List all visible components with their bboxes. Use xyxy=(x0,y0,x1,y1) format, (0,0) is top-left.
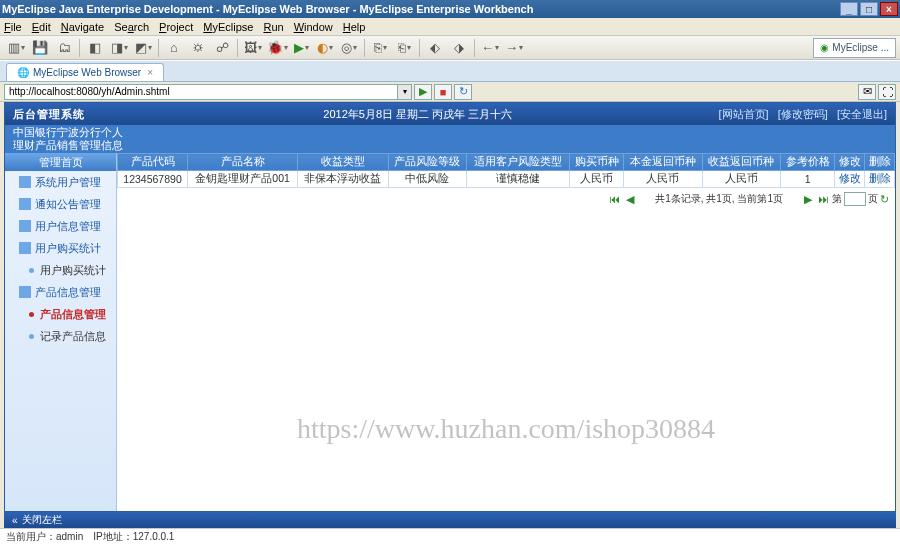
tool-8-icon[interactable]: ◐▾ xyxy=(315,38,335,58)
link-site-home[interactable]: [网站首页] xyxy=(719,108,769,120)
close-button[interactable]: × xyxy=(880,2,898,16)
pager-prev-icon[interactable]: ◀ xyxy=(626,193,634,206)
back-icon[interactable]: ←▾ xyxy=(480,38,500,58)
sidebar-item-notice[interactable]: 通知公告管理 xyxy=(5,193,116,215)
tool-3-icon[interactable]: ◩▾ xyxy=(133,38,153,58)
tool-13-icon[interactable]: ⬗ xyxy=(449,38,469,58)
menu-navigate[interactable]: Navigate xyxy=(61,21,104,33)
page-status-bar: 当前用户： admin IP地址： 127.0.0.1 xyxy=(0,528,900,544)
editor-tabbar: 🌐 MyEclipse Web Browser × xyxy=(0,60,900,82)
tool-5-icon[interactable]: ⛭ xyxy=(188,38,208,58)
addr-tool-1-icon[interactable]: ✉ xyxy=(858,84,876,100)
sidebar-sub-prodinfo[interactable]: 产品信息管理 xyxy=(5,303,116,325)
fwd-icon[interactable]: →▾ xyxy=(504,38,524,58)
minimize-button[interactable]: _ xyxy=(840,2,858,16)
cell-code: 1234567890 xyxy=(118,171,188,188)
pager-last-icon[interactable]: ⏭ xyxy=(818,193,829,205)
refresh-button[interactable]: ↻ xyxy=(454,84,472,100)
perspective-label: MyEclipse ... xyxy=(832,42,889,53)
menu-edit[interactable]: Edit xyxy=(32,21,51,33)
app-header: 后台管理系统 2012年5月8日 星期二 丙戌年 三月十六 [网站首页] [修改… xyxy=(5,103,895,125)
perspective-chip[interactable]: ◉ MyEclipse ... xyxy=(813,38,896,58)
menu-myeclipse[interactable]: MyEclipse xyxy=(203,21,253,33)
table-row: 1234567890 金钥匙理财产品001 非保本浮动收益 中低风险 谨慎稳健 … xyxy=(118,171,895,188)
pager-go-icon[interactable]: ↻ xyxy=(880,193,889,206)
new-icon[interactable]: ▥▾ xyxy=(6,38,26,58)
tool-10-icon[interactable]: ⎘▾ xyxy=(370,38,390,58)
tool-1-icon[interactable]: ◧ xyxy=(85,38,105,58)
sidebar-item-userinfo[interactable]: 用户信息管理 xyxy=(5,215,116,237)
sidebar-item-prodinfo[interactable]: 产品信息管理 xyxy=(5,281,116,303)
pager-page-a: 第 xyxy=(832,192,842,206)
tool-4-icon[interactable]: ⌂ xyxy=(164,38,184,58)
pager-next-icon[interactable]: ▶ xyxy=(804,193,812,206)
menu-help[interactable]: Help xyxy=(343,21,366,33)
menu-search[interactable]: Search xyxy=(114,21,149,33)
menu-project[interactable]: Project xyxy=(159,21,193,33)
th-delete: 删除 xyxy=(865,154,895,171)
url-dropdown[interactable]: ▾ xyxy=(398,84,412,100)
tool-9-icon[interactable]: ◎▾ xyxy=(339,38,359,58)
menu-file[interactable]: FFileile xyxy=(4,21,22,33)
book-icon xyxy=(19,176,31,188)
window-title: MyEclipse Java Enterprise Development - … xyxy=(2,3,838,15)
link-change-pwd[interactable]: [修改密码] xyxy=(778,108,828,120)
sidebar-label: 系统用户管理 xyxy=(35,175,101,190)
tool-7-icon[interactable]: 🖼▾ xyxy=(243,38,263,58)
menubar: FFileile Edit Navigate Search Project My… xyxy=(0,18,900,36)
th-edit: 修改 xyxy=(835,154,865,171)
th-buy-cur: 购买币种 xyxy=(569,154,623,171)
pager-first-icon[interactable]: ⏮ xyxy=(609,193,620,205)
sidebar-label: 用户购买统计 xyxy=(35,241,101,256)
sidebar-item-userstat[interactable]: 用户购买统计 xyxy=(5,237,116,259)
link-logout[interactable]: [安全退出] xyxy=(837,108,887,120)
bullet-icon xyxy=(29,334,34,339)
cell-risk: 中低风险 xyxy=(388,171,466,188)
admin-app: 后台管理系统 2012年5月8日 星期二 丙戌年 三月十六 [网站首页] [修改… xyxy=(4,102,896,512)
tool-11-icon[interactable]: ⎗▾ xyxy=(394,38,414,58)
sidebar-item-sysuser[interactable]: 系统用户管理 xyxy=(5,171,116,193)
pager-page-input[interactable] xyxy=(844,192,866,206)
pager: ⏮ ◀ 共1条记录, 共1页, 当前第1页 ▶ ⏭ 第 页 ↻ xyxy=(117,188,895,210)
th-profit-type: 收益类型 xyxy=(298,154,389,171)
addr-tool-2-icon[interactable]: ⛶ xyxy=(878,84,896,100)
cell-name: 金钥匙理财产品001 xyxy=(188,171,298,188)
save-icon[interactable]: 💾 xyxy=(30,38,50,58)
url-input[interactable] xyxy=(4,84,398,100)
run-icon[interactable]: ▶▾ xyxy=(291,38,311,58)
pager-summary: 共1条记录, 共1页, 当前第1页 xyxy=(655,192,783,206)
sidebar-head[interactable]: 管理首页 xyxy=(5,153,116,171)
cell-edit-link[interactable]: 修改 xyxy=(835,171,865,188)
maximize-button[interactable]: □ xyxy=(860,2,878,16)
window-titlebar: MyEclipse Java Enterprise Development - … xyxy=(0,0,900,18)
menu-run[interactable]: Run xyxy=(263,21,283,33)
bullet-icon xyxy=(29,312,34,317)
collapse-sidebar-bar[interactable]: « 关闭左栏 xyxy=(4,512,896,528)
debug-icon[interactable]: 🐞▾ xyxy=(267,38,287,58)
cell-delete-link[interactable]: 删除 xyxy=(865,171,895,188)
cell-return-cur: 人民币 xyxy=(702,171,780,188)
tab-close-icon[interactable]: × xyxy=(147,67,153,78)
sidebar-sub-record[interactable]: 记录产品信息 xyxy=(5,325,116,347)
app-date: 2012年5月8日 星期二 丙戌年 三月十六 xyxy=(123,107,713,122)
tool-6-icon[interactable]: ☍ xyxy=(212,38,232,58)
app-subtitle-2: 理财产品销售管理信息 xyxy=(13,139,895,152)
save-all-icon[interactable]: 🗂 xyxy=(54,38,74,58)
tool-2-icon[interactable]: ◨▾ xyxy=(109,38,129,58)
sidebar-label: 用户购买统计 xyxy=(40,263,106,278)
book-icon xyxy=(19,198,31,210)
go-button[interactable]: ▶ xyxy=(414,84,432,100)
tool-12-icon[interactable]: ⬖ xyxy=(425,38,445,58)
cell-buy-cur: 人民币 xyxy=(569,171,623,188)
stop-button[interactable]: ■ xyxy=(434,84,452,100)
bullet-icon xyxy=(29,268,34,273)
status-user-prefix: 当前用户： xyxy=(6,530,56,544)
cell-price: 1 xyxy=(781,171,835,188)
th-risk: 产品风险等级 xyxy=(388,154,466,171)
tab-web-browser[interactable]: 🌐 MyEclipse Web Browser × xyxy=(6,63,164,81)
th-price: 参考价格 xyxy=(781,154,835,171)
chevron-left-icon: « xyxy=(12,515,18,526)
book-icon xyxy=(19,286,31,298)
menu-window[interactable]: Window xyxy=(294,21,333,33)
sidebar-sub-userstat[interactable]: 用户购买统计 xyxy=(5,259,116,281)
